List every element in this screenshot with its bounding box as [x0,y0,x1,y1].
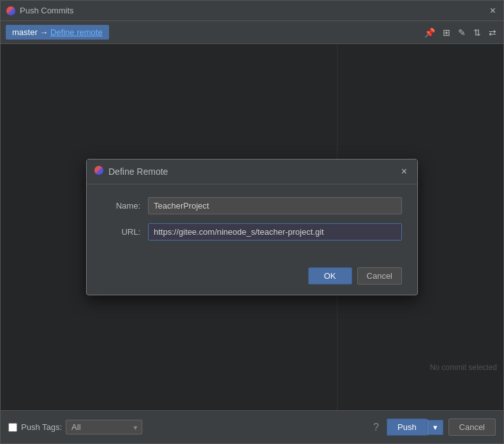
branch-remote-info[interactable]: master → Define remote [6,25,109,40]
filter-icon[interactable]: ⇄ [487,26,498,40]
content-area: No commit selected Define Remote × Name: [1,44,503,410]
dialog-app-icon [94,166,103,177]
dialog-cancel-button[interactable]: Cancel [357,267,402,285]
dialog-footer: OK Cancel [87,262,417,295]
toolbar-row: master → Define remote 📌 ⊞ ✎ ⇅ ⇄ [1,21,503,44]
cancel-button[interactable]: Cancel [448,418,496,436]
dialog-overlay: Define Remote × Name: URL: OK [1,44,503,410]
ok-button[interactable]: OK [308,267,352,285]
help-icon[interactable]: ? [373,422,379,433]
branch-name: master [12,27,38,37]
window-close-button[interactable]: × [487,6,498,16]
arrow-icon: → [40,27,48,37]
dialog-title-bar: Define Remote × [87,159,417,184]
push-button[interactable]: Push [387,418,427,436]
push-tags-label: Push Tags: [21,422,62,432]
toolbar-icons: 📌 ⊞ ✎ ⇅ ⇄ [422,26,498,40]
url-label: URL: [102,227,140,237]
title-bar: Push Commits × [1,1,503,21]
push-tags-checkbox[interactable] [8,423,17,432]
define-remote-link[interactable]: Define remote [50,27,103,37]
push-button-group: Push ▼ [387,418,443,436]
url-field-row: URL: [102,223,402,241]
tags-dropdown[interactable]: All None [66,420,142,434]
name-input[interactable] [148,197,402,214]
app-icon [6,6,16,16]
define-remote-dialog: Define Remote × Name: URL: OK [86,159,418,295]
main-window: Push Commits × master → Define remote 📌 … [0,0,504,444]
grid-icon[interactable]: ⊞ [441,26,452,40]
dialog-close-button[interactable]: × [399,166,410,177]
push-dropdown-button[interactable]: ▼ [427,420,443,435]
dialog-title: Define Remote [108,166,399,177]
pin-icon[interactable]: 📌 [422,26,437,40]
sort-icon[interactable]: ⇅ [471,26,483,40]
name-label: Name: [102,201,140,211]
dialog-body: Name: URL: [87,184,417,262]
bottom-bar: Push Tags: All None ▼ ? Push ▼ Cancel [1,410,503,443]
edit-icon[interactable]: ✎ [456,26,468,40]
url-input[interactable] [148,223,402,241]
push-tags-section: Push Tags: All None ▼ [8,420,142,434]
name-field-row: Name: [102,197,402,214]
window-title: Push Commits [20,6,487,15]
tags-dropdown-wrapper: All None ▼ [66,420,142,434]
